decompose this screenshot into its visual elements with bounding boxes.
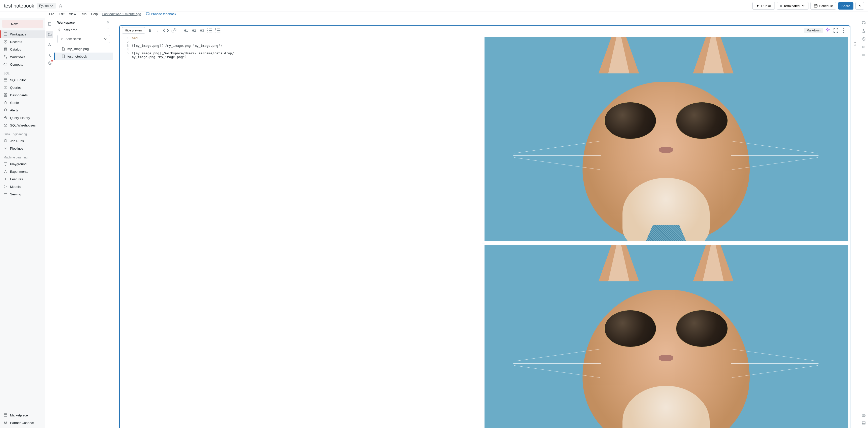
comment-icon[interactable] [862,21,866,25]
h3-button[interactable]: H3 [198,27,205,34]
outline-icon[interactable] [46,20,53,27]
sidebar-item-models[interactable]: Models [0,183,45,190]
feedback-label: Provide feedback [151,12,176,16]
folder-icon[interactable] [46,31,53,38]
file-item[interactable]: my_image.png [54,45,113,53]
sidebar-item-label: Playground [10,162,27,166]
experiment-icon[interactable] [862,29,866,33]
sidebar-item-label: SQL Editor [10,78,26,82]
sidebar-item-recents[interactable]: Recents [0,38,45,46]
preview-image [485,245,848,428]
hide-preview-button[interactable]: Hide preview [122,27,145,34]
cell-type-badge[interactable]: Markdown [804,28,823,33]
svg-point-34 [117,44,117,44]
assistant-icon[interactable] [46,52,53,59]
notebook-title[interactable]: test notebook [4,3,34,9]
sidebar-item-partner[interactable]: Partner Connect [0,419,45,427]
menu-edit[interactable]: Edit [59,12,64,16]
notebook-icon [61,54,65,58]
ai-assist-icon[interactable] [825,27,831,34]
menu-file[interactable]: File [49,12,54,16]
variables-icon[interactable] [862,45,866,49]
sidebar-item-pipelines[interactable]: Pipelines [0,145,45,152]
collapse-button[interactable] [856,2,864,9]
sidebar-item-dashboards[interactable]: Dashboards [0,91,45,99]
language-selector[interactable]: Python [37,3,56,8]
sidebar-item-marketplace[interactable]: Marketplace [0,411,45,419]
panel-right-icon[interactable] [862,53,866,57]
star-icon[interactable] [59,4,63,8]
code-editor[interactable]: 1%md 2 3![my_image.png](./my_image.png "… [120,35,483,428]
features-icon [3,177,7,181]
schedule-button[interactable]: Schedule [810,2,836,9]
numbered-list-icon[interactable]: 123 [215,27,221,34]
code-text: %md [132,36,483,40]
sidebar-item-experiments[interactable]: Experiments [0,168,45,175]
sidebar-item-workflows[interactable]: Workflows [0,53,45,61]
chevron-down-icon [103,37,107,41]
markdown-preview [485,35,850,428]
sidebar-item-sql-editor[interactable]: SQL Editor [0,76,45,84]
editor-area: Hide preview B I H1 H2 H3 123 Markdown [113,18,859,428]
svg-point-29 [108,28,108,29]
menu-run[interactable]: Run [81,12,87,16]
new-label: New [11,22,18,26]
sidebar-item-genie[interactable]: Genie [0,99,45,106]
expand-icon[interactable] [833,27,839,34]
sidebar-item-warehouses[interactable]: SQL Warehouses [0,121,45,129]
section-sql: SQL [0,68,45,76]
back-icon[interactable] [57,28,61,32]
svg-point-46 [843,30,844,31]
sidebar-item-job-runs[interactable]: Job Runs [0,137,45,145]
more-vertical-icon[interactable] [841,27,847,34]
svg-rect-0 [814,4,817,7]
menu-help[interactable]: Help [91,12,98,16]
italic-icon[interactable]: I [155,27,161,34]
warehouse-icon [3,123,7,127]
sidebar-item-label: Job Runs [10,139,24,143]
sidebar-item-label: Compute [10,63,23,66]
file-item[interactable]: test notebook [54,53,113,60]
h1-button[interactable]: H1 [182,27,189,34]
code-icon[interactable] [163,27,169,34]
h2-button[interactable]: H2 [190,27,197,34]
svg-point-5 [6,57,7,58]
sidebar-item-query-history[interactable]: Query History [0,114,45,121]
panel-bottom-icon[interactable] [862,421,866,425]
chevron-down-icon [801,4,805,8]
bold-icon[interactable]: B [147,27,153,34]
delete-icon[interactable] [853,42,857,46]
sidebar-item-label: Pipelines [10,147,23,150]
sidebar-item-features[interactable]: Features [0,175,45,183]
svg-point-30 [108,30,108,30]
recent-activity-icon[interactable] [46,60,53,67]
sidebar-item-playground[interactable]: Playground [0,160,45,168]
sort-selector[interactable]: Sort: Name [57,35,110,43]
partner-icon [3,421,7,425]
share-button[interactable]: Share [838,2,854,9]
keyboard-icon[interactable] [862,413,866,418]
svg-rect-7 [4,86,7,89]
sidebar-item-serving[interactable]: Serving [0,190,45,198]
drag-handle-icon[interactable] [114,43,118,47]
sidebar-item-catalog[interactable]: Catalog [0,46,45,53]
run-all-button[interactable]: Run all [752,2,775,9]
new-button[interactable]: New [2,20,43,28]
close-icon[interactable] [106,20,110,24]
revision-icon[interactable] [862,37,866,41]
feedback-link[interactable]: Provide feedback [146,12,176,16]
sidebar-item-queries[interactable]: Queries [0,84,45,91]
workspace-icon [3,32,7,36]
sidebar-item-label: Genie [10,101,19,105]
breadcrumb[interactable]: cats drop [64,28,77,32]
compute-status-button[interactable]: Terminated [777,2,808,9]
bullet-list-icon[interactable] [207,27,213,34]
sidebar-item-workspace[interactable]: Workspace [0,30,45,38]
more-vertical-icon[interactable] [106,28,110,32]
schema-icon[interactable] [46,41,53,49]
sidebar-item-alerts[interactable]: Alerts [0,106,45,114]
menu-view[interactable]: View [69,12,76,16]
link-icon[interactable] [170,27,177,34]
sidebar-item-compute[interactable]: Compute [0,61,45,68]
last-edit-link[interactable]: Last edit was 1 minute ago [102,12,141,16]
